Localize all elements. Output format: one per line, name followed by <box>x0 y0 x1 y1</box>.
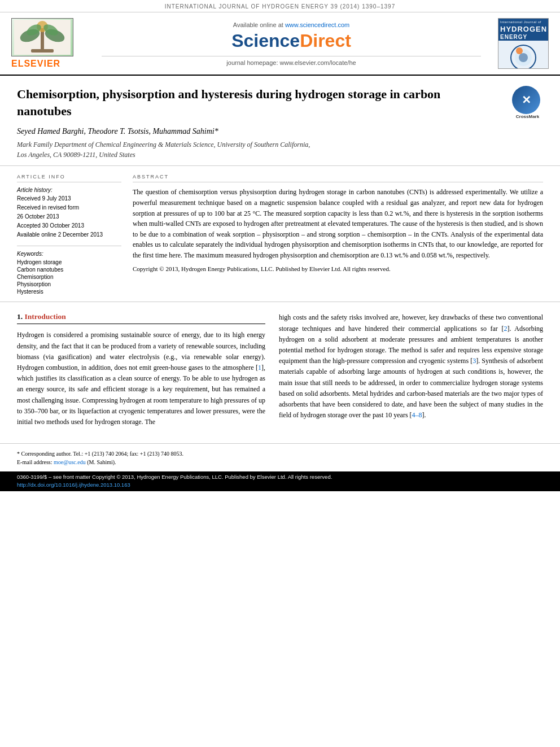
intro-para2: high costs and the safety risks involved… <box>279 312 543 421</box>
section1-header: 1. Introduction <box>17 312 265 324</box>
authors-text: Seyed Hamed Barghi, Theodore T. Tsotsis,… <box>17 127 218 136</box>
journal-homepage-text: journal homepage: www.elsevier.com/locat… <box>102 56 481 66</box>
svg-rect-7 <box>31 49 54 53</box>
author-email-link[interactable]: moe@usc.edu <box>54 459 86 465</box>
affiliation-line2: Los Angeles, CA 90089-1211, United State… <box>17 151 135 159</box>
elsevier-wordmark: ELSEVIER <box>11 59 90 69</box>
sd-direct: Direct <box>300 30 351 51</box>
journal-cover-area: International Journal of HYDROGEN ENERGY <box>481 18 549 69</box>
cover-intl: International Journal of <box>500 20 546 25</box>
article-info-abstract-section: ARTICLE INFO Article history: Received 9… <box>0 166 560 302</box>
crossmark-label: CrossMark <box>512 114 543 120</box>
keyword-5: Hysteresis <box>17 289 121 295</box>
keyword-1: Hydrogen storage <box>17 259 121 265</box>
sciencedirect-link[interactable]: www.sciencedirect.com <box>285 21 349 28</box>
doi-line: http://dx.doi.org/10.1016/j.ijhydene.201… <box>17 481 543 489</box>
affiliation-text: Mark Family Department of Chemical Engin… <box>17 139 543 160</box>
keywords-section: Keywords: Hydrogen storage Carbon nanotu… <box>17 246 121 295</box>
history-label: Article history: <box>17 187 121 193</box>
corresponding-note-text: * Corresponding author. Tel.: +1 (213) 7… <box>17 451 183 457</box>
crossmark-circle: ✕ <box>512 86 540 114</box>
keywords-label: Keywords: <box>17 251 121 257</box>
section1-number: 1. <box>17 312 25 321</box>
abstract-text: The question of chemisorption versus phy… <box>133 187 543 260</box>
main-content-area: 1. Introduction Hydrogen is considered a… <box>0 302 560 438</box>
sd-science: Science <box>231 30 300 51</box>
email-label: E-mail address: <box>17 459 52 465</box>
article-info-panel: ARTICLE INFO Article history: Received 9… <box>17 174 121 296</box>
elsevier-logo-area: ELSEVIER <box>11 18 102 69</box>
ref1-link[interactable]: 1 <box>258 364 261 372</box>
journal-title-bar: INTERNATIONAL JOURNAL OF HYDROGEN ENERGY… <box>165 3 395 10</box>
email-suffix: (M. Sahimi). <box>87 459 116 465</box>
cover-graphic <box>498 41 548 69</box>
available-online-date: Available online 2 December 2013 <box>17 231 121 239</box>
article-title: Chemisorption, physisorption and hystere… <box>17 86 543 119</box>
sciencedirect-header: Available online at www.sciencedirect.co… <box>102 21 481 66</box>
header-area: ELSEVIER Available online at www.science… <box>0 12 560 76</box>
received-revised-date: 26 October 2013 <box>17 213 121 221</box>
issn-line: 0360-3199/$ – see front matter Copyright… <box>17 473 543 481</box>
footer-bar: 0360-3199/$ – see front matter Copyright… <box>0 471 560 491</box>
article-title-section: Chemisorption, physisorption and hystere… <box>0 76 560 166</box>
section1-title: Introduction <box>25 312 66 321</box>
journal-header-bar: INTERNATIONAL JOURNAL OF HYDROGEN ENERGY… <box>0 0 560 12</box>
available-online-text: Available online at www.sciencedirect.co… <box>102 21 481 28</box>
sciencedirect-brand: ScienceDirect <box>102 30 481 51</box>
journal-cover-image: International Journal of HYDROGEN ENERGY <box>498 18 549 69</box>
journal-cover-text: International Journal of HYDROGEN ENERGY <box>498 19 548 41</box>
ref3-link[interactable]: 3 <box>473 357 476 365</box>
cover-energy: ENERGY <box>500 33 546 41</box>
received-date: Received 9 July 2013 <box>17 195 121 203</box>
cover-hydrogen: HYDROGEN <box>500 25 546 34</box>
copyright-text: Copyright © 2013, Hydrogen Energy Public… <box>133 264 543 274</box>
elsevier-logo: ELSEVIER <box>11 18 90 69</box>
abstract-heading: ABSTRACT <box>133 174 543 182</box>
accepted-date: Accepted 30 October 2013 <box>17 222 121 230</box>
article-title-text: Chemisorption, physisorption and hystere… <box>17 87 440 118</box>
svg-point-11 <box>516 47 523 54</box>
article-info-heading: ARTICLE INFO <box>17 174 121 182</box>
ref2-link[interactable]: 2 <box>504 325 507 333</box>
keyword-3: Chemisorption <box>17 274 121 280</box>
intro-para1: Hydrogen is considered a promising susta… <box>17 330 265 427</box>
doi-link[interactable]: http://dx.doi.org/10.1016/j.ijhydene.201… <box>17 482 130 488</box>
elsevier-tree-graphic <box>11 18 73 56</box>
left-column: 1. Introduction Hydrogen is considered a… <box>17 312 265 432</box>
footer-section: * Corresponding author. Tel.: +1 (213) 7… <box>0 443 560 469</box>
affiliation-line1: Mark Family Department of Chemical Engin… <box>17 141 310 148</box>
abstract-panel: ABSTRACT The question of chemisorption v… <box>133 174 543 296</box>
crossmark-badge: ✕ CrossMark <box>512 86 543 117</box>
received-revised-label: Received in revised form <box>17 204 121 212</box>
authors-line: Seyed Hamed Barghi, Theodore T. Tsotsis,… <box>17 127 543 136</box>
corresponding-author-note: * Corresponding author. Tel.: +1 (213) 7… <box>17 449 543 466</box>
ref4-8-link[interactable]: 4–8 <box>412 411 422 419</box>
keyword-4: Physisorption <box>17 281 121 287</box>
right-column: high costs and the safety risks involved… <box>279 312 543 432</box>
keyword-2: Carbon nanotubes <box>17 267 121 273</box>
svg-point-10 <box>519 53 528 62</box>
